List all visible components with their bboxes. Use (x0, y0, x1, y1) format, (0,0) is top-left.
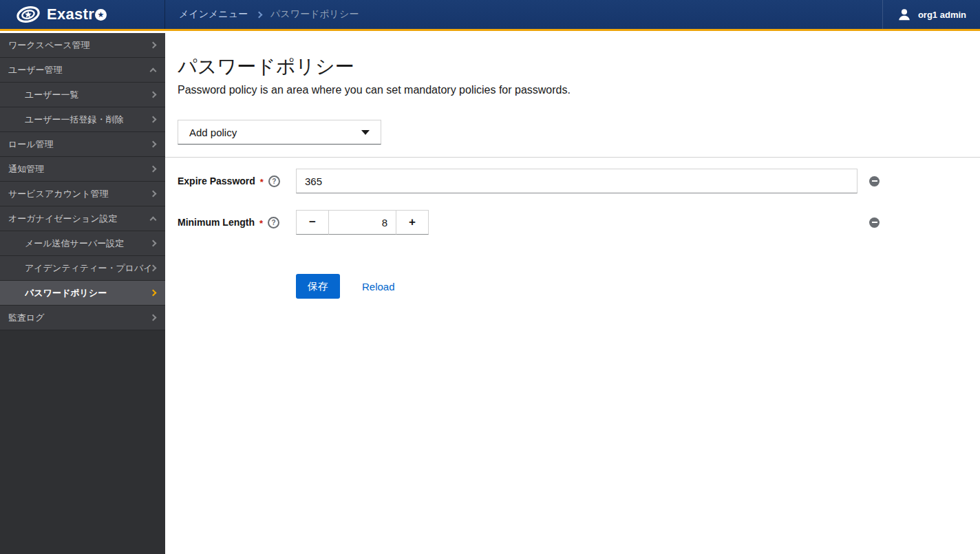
chevron-right-icon (150, 290, 157, 297)
user-icon (897, 7, 912, 22)
chevron-right-icon (150, 42, 157, 49)
chevron-up-icon (150, 216, 157, 223)
page-title: パスワードポリシー (178, 54, 980, 80)
chevron-right-icon (150, 166, 157, 173)
caret-down-icon (361, 130, 370, 135)
user-menu[interactable]: org1 admin (882, 0, 980, 29)
chevron-right-icon (150, 315, 157, 321)
stepper-increment-button[interactable]: + (396, 210, 429, 235)
required-asterisk: * (259, 218, 263, 228)
help-icon[interactable]: ? (268, 217, 279, 228)
minimum-length-label-group: Minimum Length * ? (178, 217, 296, 228)
remove-policy-icon[interactable] (869, 217, 880, 228)
add-policy-selected-value: Add policy (189, 127, 237, 138)
chevron-right-icon (150, 92, 157, 98)
required-asterisk: * (260, 177, 264, 187)
minimum-length-row: Minimum Length * ? − + (165, 210, 980, 235)
breadcrumb: メインメニュー パスワードポリシー (165, 0, 359, 29)
expire-password-input[interactable] (296, 169, 858, 193)
minimum-length-label: Minimum Length (178, 217, 255, 228)
save-button[interactable]: 保存 (296, 274, 340, 299)
chevron-right-icon (150, 240, 157, 247)
exastro-logo-icon (15, 4, 41, 25)
chevron-right-icon (150, 116, 157, 123)
chevron-right-icon (150, 191, 157, 198)
sidebar-item-password-policy[interactable]: パスワードポリシー (0, 281, 165, 306)
main-content: パスワードポリシー Password policy is an area whe… (165, 33, 980, 554)
logo-wordmark: Exastr★ (47, 6, 107, 23)
help-icon[interactable]: ? (268, 175, 280, 187)
section-divider (165, 157, 980, 158)
expire-password-control (296, 169, 858, 193)
remove-policy-icon[interactable] (869, 176, 880, 187)
sidebar-item-user-management[interactable]: ユーザー管理 (0, 58, 165, 83)
expire-password-label-group: Expire Password * ? (178, 175, 296, 187)
sidebar-nav: ワークスペース管理 ユーザー管理 ユーザー一覧 ユーザー一括登録・削除 ロール管… (0, 33, 165, 554)
sidebar-item-identity-provider[interactable]: アイデンティティー・プロバイダー (0, 256, 165, 281)
chevron-right-icon (150, 265, 157, 272)
sidebar-item-user-bulk-register-delete[interactable]: ユーザー一括登録・削除 (0, 107, 165, 132)
sidebar-item-user-list[interactable]: ユーザー一覧 (0, 83, 165, 107)
minimum-length-stepper: − + (296, 210, 429, 235)
stepper-decrement-button[interactable]: − (296, 210, 329, 235)
expire-password-label: Expire Password (178, 175, 255, 187)
reload-link[interactable]: Reload (362, 281, 395, 292)
user-name-label: org1 admin (918, 10, 966, 20)
sidebar-item-notification-management[interactable]: 通知管理 (0, 157, 165, 182)
app-logo[interactable]: Exastr★ (0, 0, 165, 29)
top-bar: Exastr★ メインメニュー パスワードポリシー org1 admin (0, 0, 980, 31)
breadcrumb-current-page: パスワードポリシー (270, 8, 359, 21)
chevron-right-icon (256, 11, 263, 18)
sidebar-item-audit-log[interactable]: 監査ログ (0, 306, 165, 330)
page-description: Password policy is an area where you can… (178, 84, 980, 96)
chevron-up-icon (150, 67, 157, 74)
expire-password-row: Expire Password * ? (165, 169, 980, 193)
minimum-length-control: − + (296, 210, 858, 235)
add-policy-select[interactable]: Add policy (178, 120, 381, 145)
sidebar-item-organization-settings[interactable]: オーガナイゼーション設定 (0, 206, 165, 231)
sidebar-item-role-management[interactable]: ロール管理 (0, 132, 165, 157)
logo-star-icon: ★ (95, 9, 107, 21)
sidebar-item-mail-server-settings[interactable]: メール送信サーバー設定 (0, 231, 165, 256)
minimum-length-input[interactable] (329, 210, 396, 235)
chevron-right-icon (150, 141, 157, 148)
sidebar-item-workspace-management[interactable]: ワークスペース管理 (0, 33, 165, 58)
breadcrumb-main-menu[interactable]: メインメニュー (179, 8, 248, 21)
action-buttons: 保存 Reload (296, 274, 980, 299)
sidebar-item-service-account-management[interactable]: サービスアカウント管理 (0, 182, 165, 206)
